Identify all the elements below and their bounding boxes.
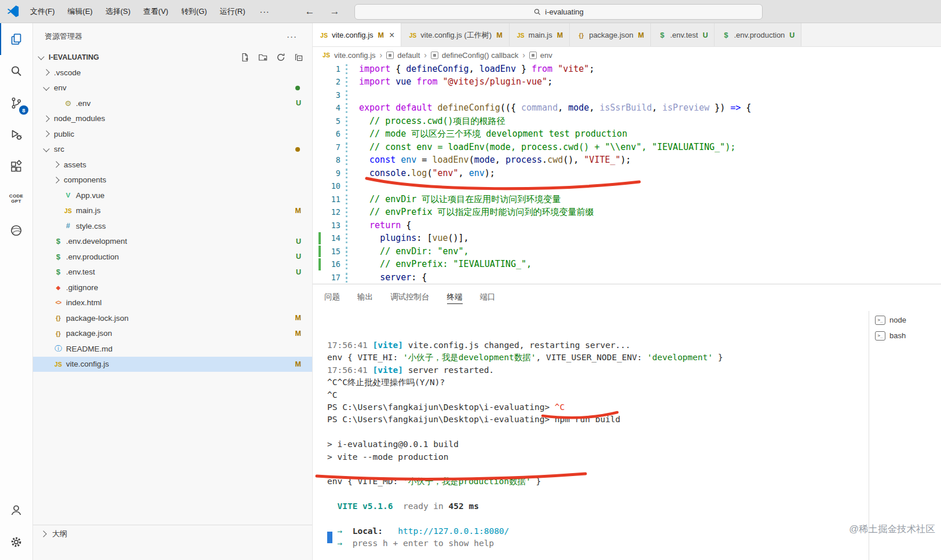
panel-tab-调试控制台[interactable]: 调试控制台 bbox=[390, 292, 430, 303]
menu-item[interactable]: 选择(S) bbox=[99, 0, 137, 23]
menu-item[interactable]: 文件(F) bbox=[24, 0, 61, 23]
code-token: loadEnv bbox=[432, 155, 468, 165]
tab-package.json[interactable]: {}package.jsonM bbox=[570, 23, 651, 47]
project-root-header[interactable]: I-EVALUATING bbox=[33, 49, 312, 65]
code-line[interactable]: 2import vue from "@vitejs/plugin-vue"; bbox=[313, 75, 941, 88]
menu-item[interactable]: 查看(V) bbox=[137, 0, 174, 23]
activity-explorer[interactable] bbox=[0, 23, 32, 55]
menu-more-button[interactable]: ··· bbox=[251, 7, 277, 16]
tree-item-.gitignore[interactable]: ◆.gitignore bbox=[33, 280, 312, 295]
activity-account[interactable] bbox=[0, 494, 32, 526]
code-line[interactable]: 10 bbox=[313, 180, 941, 192]
indent-spacer bbox=[44, 331, 48, 335]
command-center-search[interactable]: i-evaluating bbox=[354, 4, 763, 20]
tree-item-README.md[interactable]: ⓘREADME.md bbox=[33, 341, 312, 357]
code-line[interactable]: 17 server: { bbox=[313, 271, 941, 284]
breadcrumb-item[interactable]: default bbox=[386, 51, 420, 60]
breadcrumb-item[interactable]: env bbox=[529, 51, 552, 60]
file-label: env bbox=[54, 83, 67, 92]
forward-button[interactable]: → bbox=[322, 6, 347, 17]
tree-item-style.css[interactable]: #style.css bbox=[33, 218, 312, 234]
panel-tab-问题[interactable]: 问题 bbox=[324, 292, 340, 303]
new-folder-button[interactable] bbox=[257, 51, 269, 64]
activity-settings[interactable] bbox=[0, 526, 32, 558]
menu-item[interactable]: 转到(G) bbox=[175, 0, 214, 23]
code-line[interactable]: 12 // envPrefix 可以指定应用时能访问到的环境变量前缀 bbox=[313, 206, 941, 218]
code-token: = bbox=[416, 155, 432, 165]
activity-codegpt[interactable]: CODE GPT bbox=[0, 182, 32, 214]
code-line[interactable]: 9 console.log("env", env); bbox=[313, 167, 941, 180]
code-line[interactable]: 11 // envDir 可以让项目在应用时访问到环境变量 bbox=[313, 193, 941, 206]
tab-.env.test[interactable]: $.env.testU bbox=[651, 23, 715, 47]
line-number: 6 bbox=[313, 127, 340, 140]
outline-header[interactable]: 大纲 bbox=[33, 525, 312, 542]
tree-item-.vscode[interactable]: .vscode bbox=[33, 65, 312, 80]
search-icon bbox=[9, 64, 23, 78]
tree-item-package.json[interactable]: {}package.jsonM bbox=[33, 326, 312, 342]
code-line[interactable]: 4export default defineConfig(({ command,… bbox=[313, 101, 941, 114]
tree-item-public[interactable]: public bbox=[33, 126, 312, 142]
back-button[interactable]: ← bbox=[297, 6, 322, 17]
tab-.env.production[interactable]: $.env.productionU bbox=[715, 23, 801, 47]
git-status-badge: U bbox=[296, 237, 301, 246]
tab-main.js[interactable]: JSmain.jsM bbox=[510, 23, 570, 47]
code-line[interactable]: 15 // envDir: "env", bbox=[313, 245, 941, 258]
code-line[interactable]: 8 const env = loadEnv(mode, process.cwd(… bbox=[313, 153, 941, 166]
tree-item-src[interactable]: src bbox=[33, 142, 312, 158]
refresh-icon[interactable] bbox=[274, 51, 287, 64]
tree-item-assets[interactable]: assets bbox=[33, 157, 312, 173]
tree-item-.env[interactable]: ⚙.envU bbox=[33, 96, 312, 111]
tree-item-App.vue[interactable]: VApp.vue bbox=[33, 188, 312, 203]
tree-item-vite.config.js[interactable]: JSvite.config.jsM bbox=[33, 357, 312, 372]
panel-tab-端口[interactable]: 端口 bbox=[480, 292, 496, 303]
tree-item-env[interactable]: env bbox=[33, 80, 312, 96]
menu-item[interactable]: 编辑(E) bbox=[61, 0, 99, 23]
code-editor[interactable]: 1import { defineConfig, loadEnv } from "… bbox=[313, 63, 941, 284]
activity-search[interactable] bbox=[0, 55, 32, 87]
code-line[interactable]: 13 return { bbox=[313, 219, 941, 232]
code-line[interactable]: 5 // process.cwd()项目的根路径 bbox=[313, 115, 941, 127]
code-token: vue bbox=[396, 76, 411, 87]
tree-item-package-lock.json[interactable]: {}package-lock.jsonM bbox=[33, 310, 312, 326]
tree-item-components[interactable]: components bbox=[33, 173, 312, 188]
close-icon[interactable]: × bbox=[389, 31, 394, 40]
tree-item-index.html[interactable]: <>index.html bbox=[33, 295, 312, 311]
terminal-instance-node[interactable]: >_node bbox=[869, 312, 941, 328]
activity-source-control[interactable]: 8 bbox=[0, 87, 32, 119]
activity-extensions[interactable] bbox=[0, 151, 32, 182]
activity-run-debug[interactable] bbox=[0, 119, 32, 151]
code-line[interactable]: 1import { defineConfig, loadEnv } from "… bbox=[313, 63, 941, 75]
indent-spacer bbox=[54, 101, 58, 105]
tree-item-.env.production[interactable]: $.env.productionU bbox=[33, 249, 312, 265]
terminal-line: 17:56:41 [vite] server restarted. bbox=[327, 364, 869, 376]
collapse-all-icon[interactable] bbox=[292, 51, 305, 64]
code-line[interactable]: 7 // const env = loadEnv(mode, process.c… bbox=[313, 141, 941, 153]
tree-item-node_modules[interactable]: node_modules bbox=[33, 111, 312, 127]
terminal-line: → press h + enter to show help bbox=[327, 537, 869, 550]
breadcrumb-item[interactable]: JSvite.config.js bbox=[321, 51, 376, 60]
tree-item-main.js[interactable]: JSmain.jsM bbox=[33, 203, 312, 219]
tab-vite.config.js[interactable]: JSvite.config.jsM× bbox=[313, 23, 401, 47]
terminal-instance-bash[interactable]: >_bash bbox=[869, 328, 941, 343]
menu-item[interactable]: 运行(R) bbox=[213, 0, 251, 23]
breadcrumb-item[interactable]: defineConfig() callback bbox=[431, 51, 518, 60]
tree-item-.env.test[interactable]: $.env.testU bbox=[33, 265, 312, 280]
tree-item-.env.development[interactable]: $.env.developmentU bbox=[33, 234, 312, 250]
file-label: package-lock.json bbox=[66, 314, 129, 323]
code-token: env bbox=[469, 168, 485, 178]
activity-browser[interactable] bbox=[0, 214, 32, 246]
panel-tab-输出[interactable]: 输出 bbox=[357, 292, 373, 303]
code-token: (), bbox=[563, 155, 584, 165]
file-label: App.vue bbox=[76, 191, 105, 200]
panel-tab-终端[interactable]: 终端 bbox=[447, 292, 463, 304]
code-line[interactable]: 14 plugins: [vue()], bbox=[313, 232, 941, 244]
code-line[interactable]: 3 bbox=[313, 89, 941, 101]
terminal-text bbox=[393, 502, 403, 511]
terminal[interactable]: 17:56:41 [vite] vite.config.js changed, … bbox=[313, 311, 869, 560]
sidebar-more-button[interactable]: ··· bbox=[287, 31, 297, 41]
tab-vite.config.js (工作树)[interactable]: JSvite.config.js (工作树)M bbox=[401, 23, 509, 47]
code-line[interactable]: 6 // mode 可以区分三个环境 development test prod… bbox=[313, 127, 941, 140]
new-file-button[interactable] bbox=[239, 51, 251, 64]
code-line[interactable]: 16 // envPrefix: "IEVALUATING_", bbox=[313, 258, 941, 270]
git-status-badge: M bbox=[295, 330, 301, 338]
